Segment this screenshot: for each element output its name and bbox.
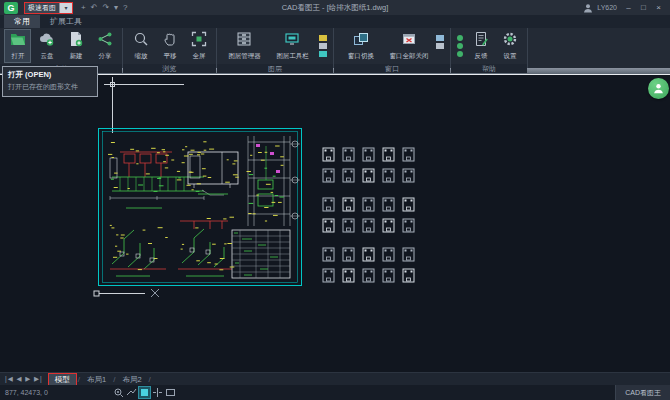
block-symbol	[362, 197, 375, 216]
maximize-button[interactable]: □	[636, 0, 651, 15]
ribbon-tab-0[interactable]: 常用	[4, 15, 40, 28]
cloud-button[interactable]: 云盘	[33, 29, 60, 63]
sheet-linework	[110, 136, 300, 278]
block-symbol	[342, 147, 355, 166]
ribbon-button-label: 云盘	[40, 51, 53, 60]
new-file-icon	[68, 31, 84, 51]
block-symbol	[382, 147, 395, 166]
block-symbol	[402, 218, 415, 237]
block-symbol	[322, 147, 335, 166]
status-fullscreen-icon[interactable]	[165, 387, 176, 398]
block-symbol	[382, 268, 395, 287]
title-bar: G 极速看图 ▾ +↶↷▾? CAD看图王 - [给排水图纸1.dwg] LY6…	[0, 0, 670, 15]
ribbon-button-label: 图层管理器	[228, 51, 260, 60]
status-bar: 877, 42473, 0 CAD看图王	[0, 385, 670, 400]
layer-manager-icon	[236, 31, 252, 51]
block-symbol	[342, 168, 355, 187]
layer-toolbar-button[interactable]: 图层工具栏	[269, 29, 315, 63]
block-symbol	[382, 168, 395, 187]
user-avatar-icon[interactable]	[583, 3, 593, 13]
ribbon-button-label: 窗口全部关闭	[390, 51, 429, 60]
status-pan-icon[interactable]	[126, 387, 137, 398]
block-symbol	[402, 247, 415, 266]
block-symbol	[322, 247, 335, 266]
block-symbol	[342, 268, 355, 287]
feedback-button[interactable]: 反馈	[467, 29, 494, 63]
ribbon-button-label: 缩放	[134, 51, 147, 60]
drawing-canvas[interactable]	[0, 76, 670, 372]
chevron-down-icon[interactable]: ▾	[59, 3, 72, 13]
undo-icon[interactable]: ↶	[91, 2, 98, 14]
ribbon-tab-bar: 常用扩展工具	[0, 15, 670, 28]
feedback-icon	[473, 31, 489, 51]
mode-selector[interactable]: 极速看图 ▾	[24, 2, 73, 14]
help-icon[interactable]: ?	[123, 2, 127, 14]
status-split-icon[interactable]	[152, 387, 163, 398]
assistant-fab-button[interactable]	[648, 78, 669, 99]
tab-separator: /	[113, 375, 115, 384]
block-symbol	[362, 268, 375, 287]
ribbon-button-label: 打开	[11, 51, 24, 60]
block-symbol	[322, 197, 335, 216]
ribbon-group-label: 窗口	[334, 64, 450, 73]
pan-button[interactable]: 平移	[156, 29, 183, 63]
share-button[interactable]: 分享	[91, 29, 118, 63]
window-tools-stack[interactable]	[434, 35, 446, 57]
block-symbol	[362, 147, 375, 166]
ribbon-button-label: 设置	[503, 51, 516, 60]
ribbon-button-label: 平移	[163, 51, 176, 60]
new-file-button[interactable]: 新建	[62, 29, 89, 63]
fullscreen-icon	[191, 31, 207, 51]
layout-tab-布局1[interactable]: 布局1	[81, 374, 112, 385]
ribbon-group-4: 反馈设置帮助	[451, 28, 528, 68]
brand-label: CAD看图王	[615, 385, 670, 400]
close-button[interactable]: ×	[651, 0, 666, 15]
settings-icon	[502, 31, 518, 51]
open-tooltip: 打开 (OPEN) 打开已存在的图形文件	[2, 66, 98, 97]
tab-separator: /	[149, 375, 151, 384]
folder-open-icon	[10, 31, 26, 51]
ribbon-group-1: 缩放平移全屏浏览	[123, 28, 217, 68]
customize-dropdown-icon[interactable]: ▾	[114, 2, 118, 14]
ribbon-group-label: 帮助	[451, 64, 527, 73]
layout-tab-模型[interactable]: 模型	[48, 373, 77, 386]
redo-icon[interactable]: ↷	[102, 2, 109, 14]
help-tools-stack[interactable]	[455, 35, 465, 57]
drawing-sheet	[98, 128, 302, 286]
tab-separator: /	[78, 375, 80, 384]
layer-tools-stack[interactable]	[317, 35, 329, 57]
block-symbol	[342, 197, 355, 216]
block-symbol	[402, 147, 415, 166]
share-icon	[97, 31, 113, 51]
username-label[interactable]: LY620	[597, 4, 617, 11]
ribbon-group-label: 浏览	[123, 64, 216, 73]
settings-button[interactable]: 设置	[496, 29, 523, 63]
ribbon: 打开云盘新建分享文件缩放平移全屏浏览图层管理器图层工具栏图层窗口切换窗口全部关闭…	[0, 28, 670, 68]
zoom-button[interactable]: 缩放	[127, 29, 154, 63]
minimize-button[interactable]: –	[621, 0, 636, 15]
status-zoom-icon[interactable]	[113, 387, 124, 398]
ribbon-group-3: 窗口切换窗口全部关闭窗口	[334, 28, 451, 68]
window-switch-button[interactable]: 窗口切换	[338, 29, 384, 63]
app-logo-icon[interactable]: G	[4, 2, 18, 14]
block-symbol	[402, 268, 415, 287]
block-symbol	[322, 168, 335, 187]
folder-open-button[interactable]: 打开	[4, 29, 31, 63]
status-fit-icon[interactable]	[139, 387, 150, 398]
tooltip-description: 打开已存在的图形文件	[8, 82, 92, 92]
block-symbol	[322, 218, 335, 237]
layout-nav-arrows-icon[interactable]: |◀ ◀ ▶ ▶|	[5, 375, 43, 383]
pan-icon	[162, 31, 178, 51]
layer-manager-button[interactable]: 图层管理器	[221, 29, 267, 63]
layout-tab-布局2[interactable]: 布局2	[116, 374, 147, 385]
plus-icon[interactable]: +	[81, 2, 86, 14]
window-title: CAD看图王 - [给排水图纸1.dwg]	[282, 3, 389, 13]
ribbon-group-2: 图层管理器图层工具栏图层	[217, 28, 334, 68]
block-symbol	[402, 168, 415, 187]
ribbon-tab-1[interactable]: 扩展工具	[40, 15, 92, 28]
fullscreen-button[interactable]: 全屏	[185, 29, 212, 63]
application-window: G 极速看图 ▾ +↶↷▾? CAD看图王 - [给排水图纸1.dwg] LY6…	[0, 0, 670, 400]
block-symbol	[362, 218, 375, 237]
window-close-all-button[interactable]: 窗口全部关闭	[386, 29, 432, 63]
cursor-coordinates: 877, 42473, 0	[5, 389, 113, 396]
